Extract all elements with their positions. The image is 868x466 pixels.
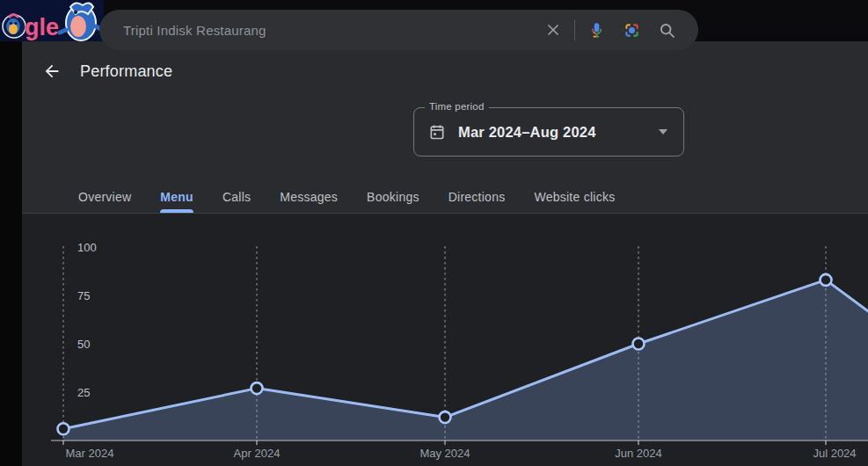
time-period-value: Mar 2024–Aug 2024 <box>458 124 596 141</box>
search-submit-button[interactable] <box>649 12 684 47</box>
tab-directions[interactable]: Directions <box>449 180 506 213</box>
search-bar[interactable]: Tripti Indisk Restaurang <box>99 10 698 50</box>
microphone-icon <box>587 21 606 40</box>
page-title: Performance <box>80 62 172 81</box>
google-doodle-logo[interactable]: gle <box>0 0 104 41</box>
google-lens-button[interactable] <box>614 12 649 47</box>
chevron-down-icon <box>659 129 667 135</box>
tab-overview[interactable]: Overview <box>78 180 131 213</box>
metric-tabs: OverviewMenuCallsMessagesBookingsDirecti… <box>78 180 615 213</box>
time-period-selector[interactable]: Time period Mar 2024–Aug 2024 <box>413 107 684 157</box>
arrow-back-icon <box>42 62 62 81</box>
page-header: Performance <box>33 52 172 91</box>
doodle-art: gle <box>0 0 104 41</box>
performance-panel: Performance Time period Mar 2024–Aug 202… <box>22 41 868 466</box>
voice-search-button[interactable] <box>579 12 614 47</box>
tab-menu[interactable]: Menu <box>160 180 193 213</box>
close-icon <box>544 21 562 39</box>
tab-website-clicks[interactable]: Website clicks <box>534 180 615 213</box>
time-period-label: Time period <box>425 101 489 112</box>
chart-section <box>22 214 868 466</box>
search-icon <box>658 21 676 40</box>
svg-text:gle: gle <box>25 14 59 40</box>
back-button[interactable] <box>33 52 71 91</box>
tab-calls[interactable]: Calls <box>222 180 251 213</box>
tab-messages[interactable]: Messages <box>280 180 338 213</box>
search-query[interactable]: Tripti Indisk Restaurang <box>123 23 536 38</box>
clear-search-button[interactable] <box>536 12 571 47</box>
tab-bookings[interactable]: Bookings <box>367 180 419 213</box>
search-bar-divider <box>574 19 575 40</box>
calendar-icon <box>428 123 446 141</box>
google-lens-icon <box>623 21 641 40</box>
